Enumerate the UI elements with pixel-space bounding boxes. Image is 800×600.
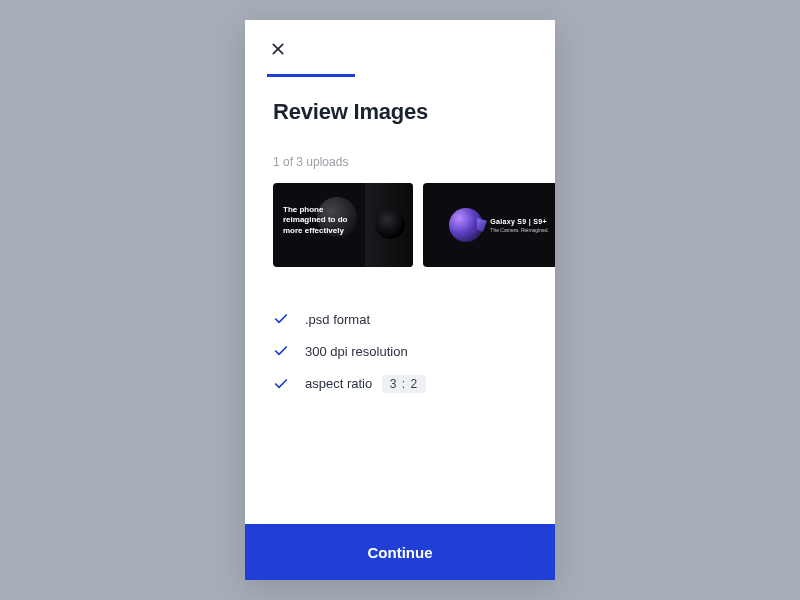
ratio-badge: 3 : 2: [382, 375, 426, 393]
upload-status: 1 of 3 uploads: [273, 155, 527, 169]
requirement-item: aspect ratio 3 : 2: [273, 367, 527, 401]
check-icon: [273, 376, 289, 392]
requirements-list: .psd format 300 dpi resolution aspect ra…: [273, 303, 527, 401]
check-icon: [273, 311, 289, 327]
upload-thumbnail[interactable]: The phone reimagined to do more effectiv…: [273, 183, 413, 267]
thumbnail-art: [375, 209, 405, 239]
thumbnail-art: [449, 208, 483, 242]
review-images-panel: Review Images 1 of 3 uploads The phone r…: [245, 20, 555, 580]
progress-bar: [267, 74, 533, 77]
requirement-label: aspect ratio 3 : 2: [305, 375, 426, 393]
thumbnail-caption: The phone reimagined to do more effectiv…: [283, 205, 347, 236]
progress-fill: [267, 74, 355, 77]
requirement-item: 300 dpi resolution: [273, 335, 527, 367]
topbar: [245, 20, 555, 77]
image-carousel[interactable]: The phone reimagined to do more effectiv…: [245, 183, 527, 267]
close-button[interactable]: [267, 38, 289, 60]
requirement-label: 300 dpi resolution: [305, 344, 408, 359]
thumbnail-caption: Galaxy S9 | S9+ The Camera. Reimagined.: [490, 217, 549, 234]
requirement-label: .psd format: [305, 312, 370, 327]
continue-button[interactable]: Continue: [245, 524, 555, 580]
close-icon: [270, 41, 286, 57]
requirement-item: .psd format: [273, 303, 527, 335]
page-title: Review Images: [273, 99, 527, 125]
upload-thumbnail[interactable]: Galaxy S9 | S9+ The Camera. Reimagined.: [423, 183, 555, 267]
content: Review Images 1 of 3 uploads The phone r…: [245, 77, 555, 524]
check-icon: [273, 343, 289, 359]
